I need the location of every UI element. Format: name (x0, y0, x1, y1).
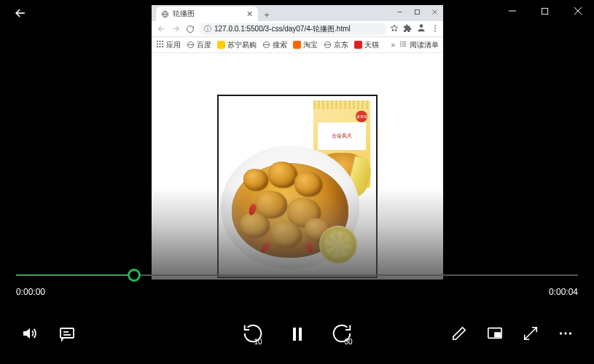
inner-minimize-button[interactable] (391, 5, 408, 18)
site-info-icon[interactable]: ⓘ (204, 24, 211, 34)
extensions-icon[interactable] (403, 23, 412, 36)
nav-forward-icon[interactable] (170, 23, 181, 35)
svg-point-9 (420, 24, 423, 28)
skip-back-button[interactable]: 10 (242, 323, 264, 344)
window-maximize-button[interactable] (528, 0, 561, 22)
apps-button[interactable]: 应用 (156, 40, 181, 50)
volume-icon[interactable] (20, 325, 38, 342)
reading-list-button[interactable]: 阅读清单 (399, 40, 439, 50)
package-label: 去骨凤爪 (318, 122, 366, 150)
globe-icon (324, 41, 332, 49)
svg-point-29 (400, 44, 401, 44)
progress-fill (16, 274, 134, 276)
bookmark-label: 苏宁易购 (227, 40, 257, 50)
apps-icon (156, 40, 164, 50)
svg-point-28 (400, 41, 401, 42)
svg-point-14 (159, 41, 160, 42)
time-display: 0:00:00 0:00:04 (16, 287, 578, 297)
svg-point-38 (560, 332, 562, 334)
inner-close-button[interactable] (426, 5, 443, 18)
url-bar[interactable]: ⓘ 127.0.0.1:5500/3-css/day07/4-轮播图.html (199, 23, 387, 35)
svg-rect-37 (495, 333, 500, 337)
back-icon[interactable] (13, 6, 28, 20)
bookmark-item[interactable]: 百度 (187, 40, 211, 50)
skip-forward-button[interactable]: 30 (331, 323, 353, 344)
edit-icon[interactable] (451, 325, 467, 341)
reading-list-label: 阅读清单 (410, 40, 439, 50)
page-content: 百草味 去骨凤爪 (152, 53, 443, 280)
svg-point-12 (434, 30, 436, 31)
bookmark-label: 百度 (197, 40, 211, 50)
svg-point-15 (162, 41, 163, 42)
fullscreen-icon[interactable] (523, 325, 539, 341)
site-icon (217, 41, 225, 49)
svg-point-39 (564, 332, 566, 334)
bookmark-label: 京东 (334, 40, 348, 50)
tab-close-icon[interactable]: ✕ (246, 9, 253, 19)
svg-point-30 (400, 46, 401, 47)
bookmark-label: 天猫 (364, 40, 379, 50)
package-label-text: 去骨凤爪 (332, 132, 352, 140)
site-icon (293, 41, 301, 49)
svg-point-17 (159, 43, 160, 44)
bookmarks-bar: 应用 百度 苏宁易购 搜索 淘宝 京东 天猫 » 阅读清单 (152, 37, 443, 53)
bookmark-item[interactable]: 苏宁易购 (217, 40, 257, 50)
bookmark-item[interactable]: 天猫 (354, 40, 379, 50)
bookmark-label: 淘宝 (303, 40, 318, 50)
svg-point-16 (157, 43, 158, 44)
list-icon (399, 40, 407, 50)
window-close-button[interactable] (561, 0, 594, 22)
url-text: 127.0.0.1:5500/3-css/day07/4-轮播图.html (214, 24, 351, 34)
star-icon[interactable] (390, 23, 399, 36)
inner-maximize-button[interactable] (408, 5, 426, 18)
svg-point-20 (159, 46, 160, 47)
site-icon (354, 41, 362, 49)
svg-point-19 (157, 46, 158, 47)
window-minimize-button[interactable] (496, 0, 528, 22)
browser-window: 轮播图 ✕ + ⓘ 127.0.0.1:5500/3-css/day07/4-轮… (152, 5, 443, 280)
time-current: 0:00:00 (16, 287, 45, 297)
svg-point-18 (162, 43, 163, 44)
globe-icon (187, 41, 195, 49)
browser-toolbar: ⓘ 127.0.0.1:5500/3-css/day07/4-轮播图.html (152, 21, 443, 37)
brand-badge: 百草味 (356, 111, 367, 122)
time-total: 0:00:04 (549, 287, 578, 297)
apps-label: 应用 (166, 40, 181, 50)
reload-icon[interactable] (184, 23, 196, 35)
progress-thumb[interactable] (128, 269, 141, 282)
menu-icon[interactable] (431, 23, 439, 36)
tab-title: 轮播图 (173, 9, 243, 19)
more-icon[interactable] (558, 325, 574, 341)
svg-rect-35 (299, 328, 302, 341)
bookmark-label: 搜索 (273, 40, 287, 50)
nav-back-icon[interactable] (155, 23, 167, 35)
globe-icon (161, 10, 169, 18)
bookmark-item[interactable]: 京东 (324, 40, 348, 50)
product-image: 百草味 去骨凤爪 (219, 96, 376, 277)
subtitles-icon[interactable] (58, 325, 76, 342)
svg-point-40 (569, 332, 571, 334)
svg-point-11 (434, 28, 436, 29)
globe-icon (262, 41, 270, 49)
profile-icon[interactable] (416, 23, 426, 36)
overflow-icon[interactable]: » (391, 41, 395, 49)
new-tab-button[interactable]: + (260, 8, 273, 21)
skip-back-label: 10 (254, 338, 262, 346)
pause-button[interactable] (289, 323, 306, 344)
mini-player-icon[interactable] (486, 325, 504, 341)
browser-tab[interactable]: 轮播图 ✕ (156, 7, 258, 21)
svg-rect-34 (293, 328, 296, 341)
svg-point-21 (162, 46, 163, 47)
skip-fwd-label: 30 (344, 338, 352, 346)
bookmark-item[interactable]: 淘宝 (293, 40, 318, 50)
carousel-frame[interactable]: 百草味 去骨凤爪 (217, 95, 378, 278)
svg-point-13 (157, 41, 158, 42)
browser-tab-strip: 轮播图 ✕ + (152, 5, 443, 21)
svg-rect-6 (415, 9, 419, 14)
player-controls: 0:00:00 0:00:04 10 30 (0, 269, 594, 364)
svg-rect-1 (542, 8, 547, 14)
bookmark-item[interactable]: 搜索 (262, 40, 287, 50)
svg-rect-31 (60, 328, 74, 338)
svg-point-10 (434, 25, 436, 26)
progress-bar[interactable] (16, 274, 578, 277)
